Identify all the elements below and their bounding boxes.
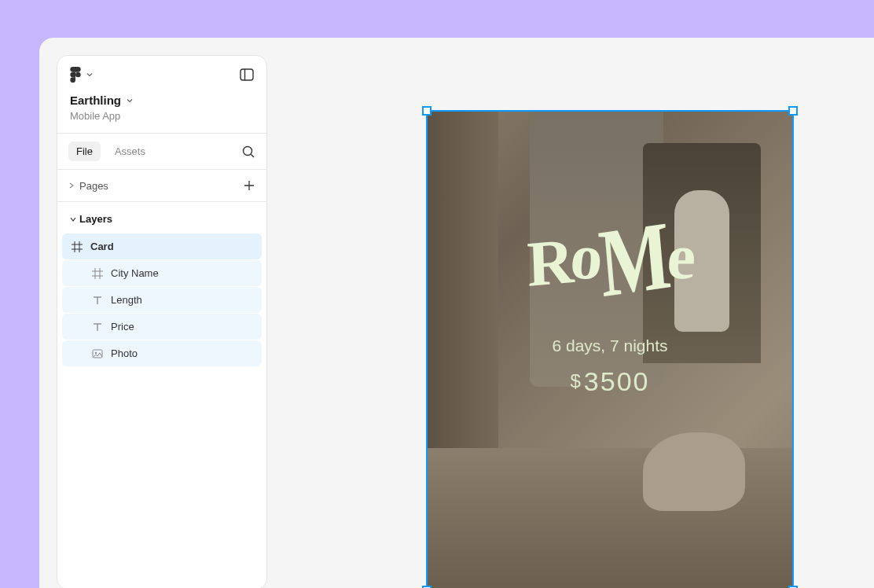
pages-section[interactable]: Pages bbox=[57, 170, 266, 202]
chevron-down-icon bbox=[126, 97, 134, 105]
project-subtitle: Mobile App bbox=[70, 110, 254, 122]
text-icon bbox=[92, 322, 103, 333]
layers-panel: Earthling Mobile App File Assets Pages bbox=[57, 55, 267, 588]
text-icon bbox=[92, 295, 103, 306]
add-page-icon[interactable] bbox=[243, 179, 255, 192]
layer-card[interactable]: Card bbox=[62, 233, 262, 259]
pages-label: Pages bbox=[79, 180, 108, 192]
project-info: Earthling Mobile App bbox=[57, 92, 266, 133]
svg-line-4 bbox=[251, 154, 254, 157]
chevron-right-icon bbox=[68, 182, 75, 189]
tab-file[interactable]: File bbox=[68, 141, 101, 161]
frame-icon bbox=[72, 241, 83, 252]
selection-handle-tl[interactable] bbox=[422, 106, 431, 116]
project-name: Earthling bbox=[70, 94, 121, 107]
panel-toggle-icon[interactable] bbox=[240, 68, 254, 81]
layer-label: Length bbox=[111, 294, 142, 306]
layer-label: Photo bbox=[111, 347, 138, 359]
card-price: $3500 bbox=[571, 366, 650, 397]
card-photo: RoMe 6 days, 7 nights $3500 bbox=[428, 112, 792, 588]
search-icon[interactable] bbox=[241, 145, 255, 159]
chevron-down-icon bbox=[70, 215, 76, 223]
svg-point-0 bbox=[75, 72, 81, 78]
figma-logo-icon bbox=[70, 67, 81, 83]
layers-header[interactable]: Layers bbox=[62, 211, 262, 233]
panel-header bbox=[57, 56, 266, 92]
svg-point-3 bbox=[244, 146, 252, 155]
figma-menu-button[interactable] bbox=[70, 67, 94, 83]
card-content: RoMe 6 days, 7 nights $3500 bbox=[428, 112, 792, 588]
layer-length[interactable]: Length bbox=[62, 287, 262, 313]
layer-label: Card bbox=[90, 241, 114, 252]
layers-label: Layers bbox=[79, 213, 112, 225]
layer-label: Price bbox=[111, 321, 134, 333]
selection-handle-tr[interactable] bbox=[788, 106, 798, 116]
svg-rect-1 bbox=[241, 69, 253, 80]
project-name-button[interactable]: Earthling bbox=[70, 94, 254, 107]
canvas-frame-card[interactable]: RoMe 6 days, 7 nights $3500 bbox=[426, 110, 794, 588]
panel-tabs: File Assets bbox=[57, 133, 266, 170]
layer-photo[interactable]: Photo bbox=[62, 340, 262, 366]
image-icon bbox=[92, 348, 103, 359]
card-city-name: RoMe bbox=[527, 208, 693, 300]
layer-price[interactable]: Price bbox=[62, 314, 262, 340]
layer-label: City Name bbox=[111, 267, 159, 279]
app-window: Earthling Mobile App File Assets Pages bbox=[39, 38, 874, 588]
card-length: 6 days, 7 nights bbox=[552, 336, 667, 355]
layer-city-name[interactable]: City Name bbox=[62, 260, 262, 286]
layers-section: Layers Card City Name bbox=[57, 202, 266, 377]
chevron-down-icon bbox=[86, 71, 94, 79]
svg-point-20 bbox=[95, 351, 97, 353]
frame-icon bbox=[92, 268, 103, 279]
tab-assets[interactable]: Assets bbox=[107, 141, 153, 161]
